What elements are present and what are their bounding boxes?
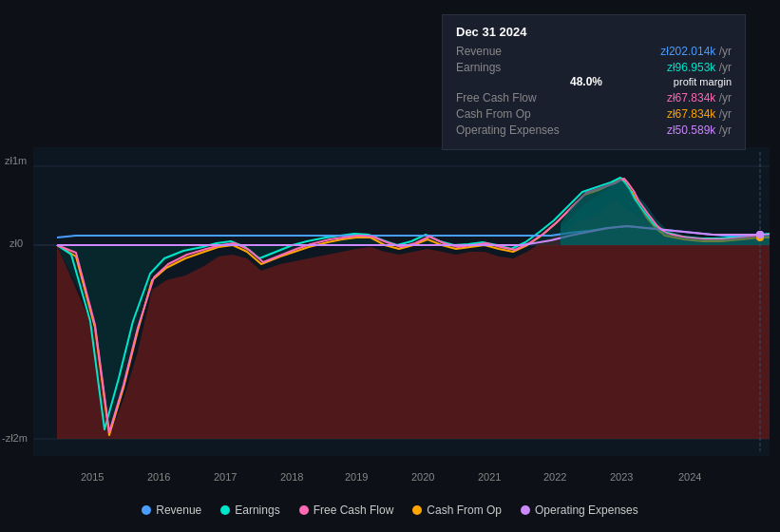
legend-item-earnings[interactable]: Earnings bbox=[220, 504, 279, 517]
tooltip-row-opex: Operating Expenses zł50.589k /yr bbox=[456, 124, 732, 137]
tooltip-row-revenue: Revenue zł202.014k /yr bbox=[456, 45, 732, 58]
svg-point-10 bbox=[756, 231, 764, 238]
tooltip-value-opex: zł50.589k /yr bbox=[667, 124, 732, 137]
y-label-1m: zł1m bbox=[5, 155, 27, 166]
tooltip-box: Dec 31 2024 Revenue zł202.014k /yr Earni… bbox=[442, 14, 746, 150]
tooltip-row-earnings: Earnings zł96.953k /yr bbox=[456, 61, 732, 74]
legend-dot-fcf bbox=[299, 505, 309, 515]
legend-dot-cashfromop bbox=[412, 505, 422, 515]
legend-dot-opex bbox=[521, 505, 530, 515]
tooltip-margin-label: profit margin bbox=[674, 76, 732, 87]
chart-container: zł1m zł0 -zł2m 2015 2016 2017 2018 2019 … bbox=[0, 0, 780, 532]
legend-label-revenue: Revenue bbox=[156, 504, 201, 517]
tooltip-label-fcf: Free Cash Flow bbox=[456, 91, 570, 104]
tooltip-value-earnings: zł96.953k /yr bbox=[667, 61, 732, 74]
x-label-2024: 2024 bbox=[678, 471, 701, 483]
tooltip-row-cashfromop: Cash From Op zł67.834k /yr bbox=[456, 107, 732, 121]
tooltip-value-cashfromop: zł67.834k /yr bbox=[667, 107, 732, 121]
y-label-0: zł0 bbox=[10, 238, 23, 249]
x-label-2022: 2022 bbox=[543, 471, 566, 483]
tooltip-value-fcf: zł67.834k /yr bbox=[667, 91, 732, 104]
x-label-2020: 2020 bbox=[411, 471, 434, 483]
legend-item-cashfromop[interactable]: Cash From Op bbox=[412, 504, 502, 517]
x-label-2015: 2015 bbox=[81, 471, 104, 483]
legend-label-fcf: Free Cash Flow bbox=[314, 504, 394, 517]
x-label-2018: 2018 bbox=[280, 471, 303, 483]
tooltip-label-opex: Operating Expenses bbox=[456, 124, 570, 137]
legend-label-cashfromop: Cash From Op bbox=[427, 504, 502, 517]
legend-item-fcf[interactable]: Free Cash Flow bbox=[299, 504, 394, 517]
legend-dot-earnings bbox=[220, 505, 230, 515]
legend-label-opex: Operating Expenses bbox=[535, 504, 638, 517]
legend-dot-revenue bbox=[142, 505, 151, 515]
tooltip-value-revenue: zł202.014k /yr bbox=[660, 45, 732, 58]
tooltip-margin-value: 48.0% bbox=[570, 75, 602, 88]
tooltip-date: Dec 31 2024 bbox=[456, 25, 732, 39]
tooltip-label-revenue: Revenue bbox=[456, 45, 570, 58]
tooltip-label-earnings: Earnings bbox=[456, 61, 570, 74]
y-label-neg2m: -zł2m bbox=[2, 432, 28, 444]
tooltip-row-fcf: Free Cash Flow zł67.834k /yr bbox=[456, 91, 732, 104]
legend-item-opex[interactable]: Operating Expenses bbox=[521, 504, 638, 517]
legend-label-earnings: Earnings bbox=[235, 504, 279, 517]
x-label-2017: 2017 bbox=[214, 471, 237, 483]
x-label-2021: 2021 bbox=[478, 471, 501, 483]
tooltip-row-margin: 48.0% profit margin bbox=[570, 75, 732, 88]
chart-legend: Revenue Earnings Free Cash Flow Cash Fro… bbox=[0, 504, 780, 517]
x-label-2016: 2016 bbox=[147, 471, 170, 483]
legend-item-revenue[interactable]: Revenue bbox=[142, 504, 201, 517]
x-label-2019: 2019 bbox=[345, 471, 368, 483]
tooltip-label-cashfromop: Cash From Op bbox=[456, 107, 570, 121]
x-label-2023: 2023 bbox=[610, 471, 633, 483]
